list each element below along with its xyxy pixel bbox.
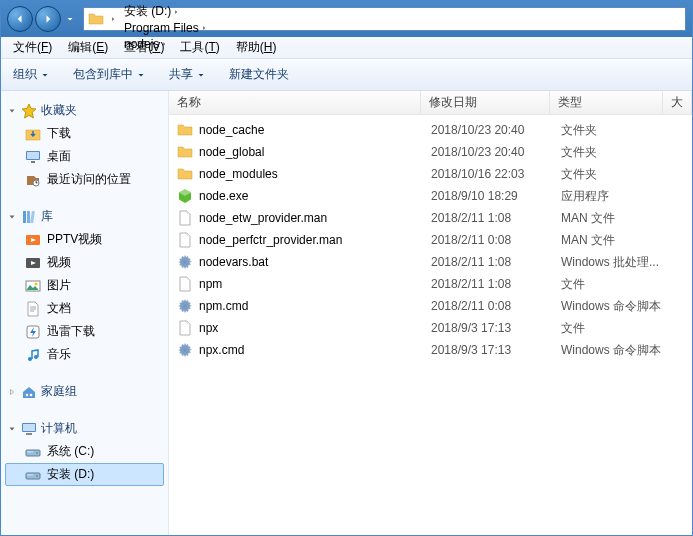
file-name: node_modules <box>199 167 431 181</box>
file-date: 2018/2/11 0:08 <box>431 299 561 313</box>
file-row[interactable]: node_perfctr_provider.man2018/2/11 0:08M… <box>169 229 692 251</box>
share-button[interactable]: 共享 <box>165 63 209 86</box>
menu-h[interactable]: 帮助(H) <box>228 37 285 58</box>
file-date: 2018/9/3 17:13 <box>431 321 561 335</box>
sidebar-group-star[interactable]: 收藏夹 <box>5 99 164 122</box>
sidebar-item[interactable]: 桌面 <box>5 145 164 168</box>
breadcrumb-item[interactable]: 安装 (D:) <box>122 3 211 20</box>
column-headers: 名称 修改日期 类型 大 <box>169 91 692 115</box>
file-date: 2018/9/10 18:29 <box>431 189 561 203</box>
column-type[interactable]: 类型 <box>550 91 663 114</box>
drive-icon <box>25 444 41 460</box>
file-name: npm <box>199 277 431 291</box>
file-name: node_cache <box>199 123 431 137</box>
history-dropdown[interactable] <box>63 6 77 32</box>
sidebar: 收藏夹下载桌面最近访问的位置库PPTV视频视频图片文档迅雷下载音乐家庭组计算机系… <box>1 91 169 535</box>
file-row[interactable]: node.exe2018/9/10 18:29应用程序 <box>169 185 692 207</box>
file-type: Windows 批处理... <box>561 254 676 271</box>
sidebar-group-comp[interactable]: 计算机 <box>5 417 164 440</box>
toolbar: 组织 包含到库中 共享 新建文件夹 <box>1 59 692 91</box>
forward-button[interactable] <box>35 6 61 32</box>
file-row[interactable]: node_etw_provider.man2018/2/11 1:08MAN 文… <box>169 207 692 229</box>
include-in-library-button[interactable]: 包含到库中 <box>69 63 149 86</box>
file-row[interactable]: node_modules2018/10/16 22:03文件夹 <box>169 163 692 185</box>
file-type: Windows 命令脚本 <box>561 298 676 315</box>
menu-e[interactable]: 编辑(E) <box>60 37 116 58</box>
twisty-icon <box>7 424 17 434</box>
sidebar-item[interactable]: 最近访问的位置 <box>5 168 164 191</box>
pptv-icon <box>25 232 41 248</box>
navigation-bar: 计算机安装 (D:)Program Filesnodejs <box>1 1 692 37</box>
file-name: node.exe <box>199 189 431 203</box>
file-row[interactable]: npx.cmd2018/9/3 17:13Windows 命令脚本 <box>169 339 692 361</box>
file-icon <box>177 320 193 336</box>
chevron-down-icon <box>197 68 205 82</box>
gear-icon <box>177 298 193 314</box>
menu-v[interactable]: 查看(V) <box>116 37 172 58</box>
twisty-icon <box>7 212 17 222</box>
file-type: 文件夹 <box>561 144 676 161</box>
sidebar-item[interactable]: PPTV视频 <box>5 228 164 251</box>
folder-icon <box>177 144 193 160</box>
file-name: npx <box>199 321 431 335</box>
chevron-down-icon <box>137 68 145 82</box>
file-type: MAN 文件 <box>561 210 676 227</box>
star-icon <box>21 103 37 119</box>
file-row[interactable]: npm2018/2/11 1:08文件 <box>169 273 692 295</box>
gear-icon <box>177 342 193 358</box>
file-row[interactable]: node_global2018/10/23 20:40文件夹 <box>169 141 692 163</box>
sidebar-group-lib[interactable]: 库 <box>5 205 164 228</box>
file-list: node_cache2018/10/23 20:40文件夹node_global… <box>169 115 692 365</box>
file-name: nodevars.bat <box>199 255 431 269</box>
folder-icon <box>88 11 104 27</box>
comp-icon <box>21 421 37 437</box>
new-folder-button[interactable]: 新建文件夹 <box>225 63 293 86</box>
exe-icon <box>177 188 193 204</box>
file-icon <box>177 276 193 292</box>
crumb-root-sep[interactable] <box>106 11 120 27</box>
file-date: 2018/2/11 1:08 <box>431 277 561 291</box>
file-icon <box>177 210 193 226</box>
file-type: 文件夹 <box>561 166 676 183</box>
drive-icon <box>25 467 41 483</box>
sidebar-group-home[interactable]: 家庭组 <box>5 380 164 403</box>
file-icon <box>177 232 193 248</box>
address-bar[interactable]: 计算机安装 (D:)Program Filesnodejs <box>83 7 686 31</box>
folder-icon <box>177 122 193 138</box>
lib-icon <box>21 209 37 225</box>
dl-icon <box>25 126 41 142</box>
menu-f[interactable]: 文件(F) <box>5 37 60 58</box>
sidebar-item[interactable]: 视频 <box>5 251 164 274</box>
sidebar-item[interactable]: 安装 (D:) <box>5 463 164 486</box>
sidebar-item[interactable]: 下载 <box>5 122 164 145</box>
doc-icon <box>25 301 41 317</box>
sidebar-item[interactable]: 迅雷下载 <box>5 320 164 343</box>
column-size[interactable]: 大 <box>663 91 692 114</box>
menu-t[interactable]: 工具(T) <box>172 37 227 58</box>
file-name: node_perfctr_provider.man <box>199 233 431 247</box>
sidebar-item[interactable]: 系统 (C:) <box>5 440 164 463</box>
column-date[interactable]: 修改日期 <box>421 91 549 114</box>
twisty-icon <box>7 387 17 397</box>
column-name[interactable]: 名称 <box>169 91 421 114</box>
file-row[interactable]: npm.cmd2018/2/11 0:08Windows 命令脚本 <box>169 295 692 317</box>
file-row[interactable]: npx2018/9/3 17:13文件 <box>169 317 692 339</box>
file-type: 应用程序 <box>561 188 676 205</box>
file-type: 文件夹 <box>561 122 676 139</box>
gear-icon <box>177 254 193 270</box>
chevron-down-icon <box>41 68 49 82</box>
file-row[interactable]: nodevars.bat2018/2/11 1:08Windows 批处理... <box>169 251 692 273</box>
file-date: 2018/2/11 1:08 <box>431 211 561 225</box>
file-date: 2018/10/23 20:40 <box>431 145 561 159</box>
organize-button[interactable]: 组织 <box>9 63 53 86</box>
main-area: 收藏夹下载桌面最近访问的位置库PPTV视频视频图片文档迅雷下载音乐家庭组计算机系… <box>1 91 692 535</box>
twisty-icon <box>7 106 17 116</box>
sidebar-item[interactable]: 音乐 <box>5 343 164 366</box>
desktop-icon <box>25 149 41 165</box>
breadcrumb-item[interactable]: Program Files <box>122 20 211 36</box>
file-name: node_global <box>199 145 431 159</box>
sidebar-item[interactable]: 文档 <box>5 297 164 320</box>
back-button[interactable] <box>7 6 33 32</box>
file-row[interactable]: node_cache2018/10/23 20:40文件夹 <box>169 119 692 141</box>
sidebar-item[interactable]: 图片 <box>5 274 164 297</box>
